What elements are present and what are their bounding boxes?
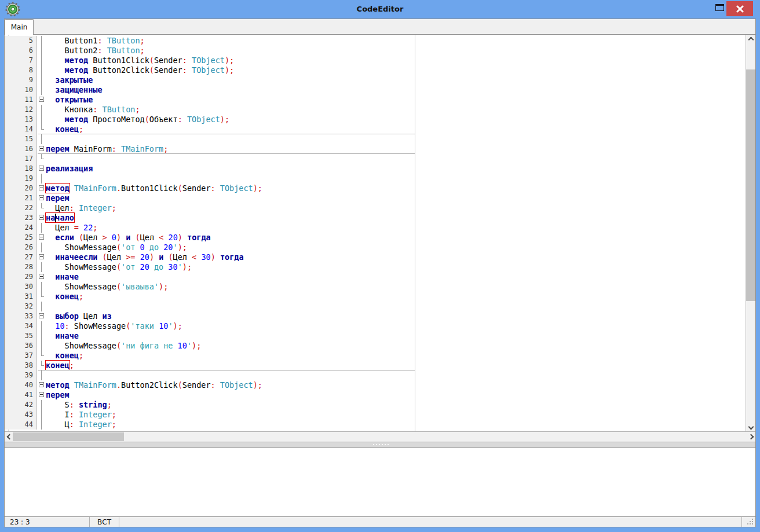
line-number: 21 <box>5 193 37 203</box>
code-line[interactable]: 20метод TMainForm.Button1Click(Sender: T… <box>5 184 746 193</box>
fold-margin <box>37 262 45 272</box>
fold-margin <box>37 331 45 341</box>
horizontal-scrollbar[interactable] <box>5 431 755 442</box>
code-text: ShowMessage('ываыва'); <box>45 282 168 292</box>
line-number: 33 <box>5 311 37 321</box>
code-line[interactable]: 44 Ц: Integer; <box>5 420 746 430</box>
fold-margin <box>37 105 45 115</box>
code-line[interactable]: 29 иначе <box>5 272 746 282</box>
resize-grip[interactable] <box>742 517 755 527</box>
code-line[interactable]: 36 ShowMessage('ни фига не 10'); <box>5 341 746 351</box>
code-line[interactable]: 34 10: ShowMessage('таки 10'); <box>5 321 746 331</box>
code-line[interactable]: 35 иначе <box>5 331 746 341</box>
code-line[interactable]: 33 выбор Цел из <box>5 311 746 321</box>
code-area[interactable]: 5 Button1: TButton;6 Button2: TButton;7 … <box>5 35 746 431</box>
vertical-scroll-thumb[interactable] <box>746 69 755 301</box>
scroll-right-button[interactable] <box>746 432 755 442</box>
code-line[interactable]: 26 ShowMessage('от 0 до 20'); <box>5 243 746 252</box>
fold-collapse-icon[interactable] <box>39 146 44 151</box>
code-line[interactable]: 23начало <box>5 213 746 223</box>
fold-margin <box>37 193 45 203</box>
code-line[interactable]: 28 ShowMessage('от 20 до 30'); <box>5 262 746 272</box>
panel-splitter[interactable] <box>5 442 755 448</box>
line-number: 17 <box>5 154 37 164</box>
fold-margin <box>37 380 45 390</box>
scroll-up-button[interactable] <box>746 35 755 44</box>
fold-collapse-icon[interactable] <box>39 274 44 279</box>
code-line[interactable]: 37 конец; <box>5 351 746 361</box>
code-line[interactable]: 19 <box>5 174 746 184</box>
code-line[interactable]: 40метод TMainForm.Button2Click(Sender: T… <box>5 380 746 390</box>
code-line[interactable]: 30 ShowMessage('ываыва'); <box>5 282 746 292</box>
code-line[interactable]: 42 S: string; <box>5 400 746 410</box>
code-line[interactable]: 6 Button2: TButton; <box>5 46 746 56</box>
fold-margin <box>37 174 45 184</box>
code-line[interactable]: 32 <box>5 302 746 311</box>
code-text: Цел: Integer; <box>45 203 116 213</box>
code-text: иначеесли (Цел >= 20) и (Цел < 30) тогда <box>45 252 244 262</box>
fold-collapse-icon[interactable] <box>39 195 44 200</box>
code-line[interactable]: 11 открытые <box>5 95 746 105</box>
code-line[interactable]: 43 I: Integer; <box>5 410 746 420</box>
fold-margin <box>37 321 45 331</box>
code-line[interactable]: 12 Кнопка: TButton; <box>5 105 746 115</box>
fold-margin <box>37 56 45 65</box>
code-line[interactable]: 16перем MainForm: TMainForm; <box>5 144 746 154</box>
fold-collapse-icon[interactable] <box>39 382 44 387</box>
horizontal-scroll-thumb[interactable] <box>13 432 124 441</box>
code-line[interactable]: 21перем <box>5 193 746 203</box>
line-number: 6 <box>5 46 37 56</box>
line-number: 38 <box>5 361 37 370</box>
code-line[interactable]: 38конец; <box>5 361 746 370</box>
code-line[interactable]: 14 конец; <box>5 124 746 134</box>
code-line[interactable]: 9 закрытые <box>5 75 746 85</box>
fold-collapse-icon[interactable] <box>39 234 44 240</box>
code-line[interactable]: 18реализация <box>5 164 746 174</box>
line-number: 12 <box>5 105 37 115</box>
tab-bar: Main <box>5 19 755 35</box>
line-number: 40 <box>5 380 37 390</box>
code-line[interactable]: 22 Цел: Integer; <box>5 203 746 213</box>
code-line[interactable]: 8 метод Button2Click(Sender: TObject); <box>5 65 746 75</box>
code-line[interactable]: 13 метод ПростоМетод(Объект: TObject); <box>5 115 746 124</box>
fold-collapse-icon[interactable] <box>39 185 44 190</box>
code-line[interactable]: 15 <box>5 134 746 144</box>
code-line[interactable]: 24 Цел = 22; <box>5 223 746 233</box>
line-number: 34 <box>5 321 37 331</box>
window-content: Main 5 Button1: TButton;6 Button2: TButt… <box>4 19 756 527</box>
fold-margin <box>37 420 45 430</box>
line-number: 26 <box>5 243 37 252</box>
fold-collapse-icon[interactable] <box>39 97 44 102</box>
code-line[interactable]: 7 метод Button1Click(Sender: TObject); <box>5 56 746 65</box>
fold-margin <box>37 213 45 223</box>
insert-mode-indicator: ВСТ <box>90 517 119 527</box>
close-button[interactable] <box>726 1 753 16</box>
code-text: I: Integer; <box>45 410 116 420</box>
fold-collapse-icon[interactable] <box>39 392 44 397</box>
maximize-button[interactable] <box>715 4 724 11</box>
code-line[interactable]: 27 иначеесли (Цел >= 20) и (Цел < 30) то… <box>5 252 746 262</box>
fold-collapse-icon[interactable] <box>39 166 44 171</box>
line-number: 31 <box>5 292 37 302</box>
code-line[interactable]: 10 защищенные <box>5 85 746 95</box>
fold-margin <box>37 85 45 95</box>
line-number: 36 <box>5 341 37 351</box>
code-line[interactable]: 39 <box>5 370 746 380</box>
fold-collapse-icon[interactable] <box>39 254 44 259</box>
caret-position: 23 : 3 <box>5 517 90 527</box>
title-bar[interactable]: CodeEditor <box>0 0 760 19</box>
fold-collapse-icon[interactable] <box>39 313 44 318</box>
code-text: конец; <box>45 292 83 302</box>
line-number: 32 <box>5 302 37 311</box>
code-line[interactable]: 41перем <box>5 390 746 400</box>
fold-collapse-icon[interactable] <box>39 215 44 220</box>
output-panel[interactable] <box>5 448 755 516</box>
code-text: ShowMessage('ни фига не 10'); <box>45 341 201 351</box>
tab-main[interactable]: Main <box>5 19 34 35</box>
vertical-scrollbar[interactable] <box>746 35 755 431</box>
code-line[interactable]: 5 Button1: TButton; <box>5 36 746 46</box>
code-line[interactable]: 31 конец; <box>5 292 746 302</box>
code-line[interactable]: 17 <box>5 154 746 164</box>
scroll-down-button[interactable] <box>746 422 755 431</box>
code-line[interactable]: 25 если (Цел > 0) и (Цел < 20) тогда <box>5 233 746 243</box>
